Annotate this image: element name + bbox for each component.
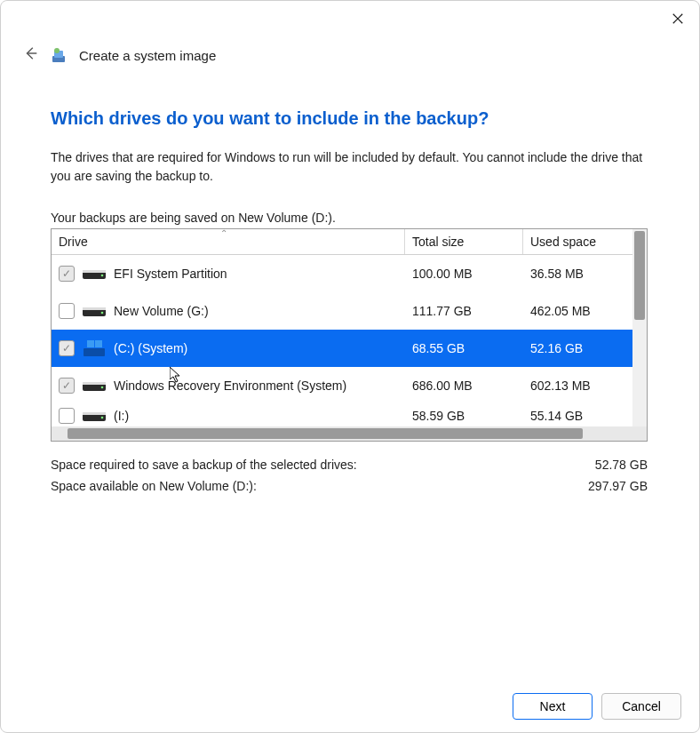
space-required-label: Space required to save a backup of the s…: [51, 458, 357, 472]
svg-rect-12: [87, 340, 94, 347]
svg-point-11: [101, 312, 104, 315]
drive-used-space: 52.16 GB: [523, 341, 630, 355]
svg-rect-13: [95, 340, 102, 347]
drive-total-size: 100.00 MB: [405, 267, 523, 281]
svg-point-19: [101, 386, 104, 389]
svg-rect-7: [83, 270, 106, 273]
svg-rect-18: [83, 382, 106, 385]
cancel-button[interactable]: Cancel: [601, 693, 681, 720]
svg-rect-16: [84, 348, 105, 356]
table-row[interactable]: ✓(C:) (System)68.55 GB52.16 GB: [52, 330, 647, 367]
drive-checkbox[interactable]: [59, 303, 75, 319]
drive-checkbox: ✓: [59, 378, 75, 394]
vertical-scrollbar[interactable]: [632, 229, 647, 426]
svg-point-5: [54, 48, 60, 53]
description-text: The drives that are required for Windows…: [51, 148, 649, 186]
sort-caret-icon: ⌃: [220, 228, 227, 238]
column-drive[interactable]: Drive ⌃: [52, 229, 405, 254]
back-arrow-icon[interactable]: [22, 45, 40, 66]
drive-total-size: 68.55 GB: [405, 341, 523, 355]
close-icon[interactable]: [669, 10, 687, 28]
drive-total-size: 686.00 MB: [405, 378, 523, 393]
drive-checkbox: ✓: [59, 266, 75, 282]
svg-rect-21: [83, 412, 106, 415]
drive-used-space: 602.13 MB: [523, 378, 630, 393]
wizard-title: Create a system image: [79, 48, 216, 63]
scrollbar-thumb[interactable]: [68, 428, 583, 439]
drive-used-space: 462.05 MB: [523, 304, 630, 318]
table-row[interactable]: New Volume (G:)111.77 GB462.05 MB: [52, 292, 647, 330]
space-available-value: 297.97 GB: [588, 479, 648, 493]
hdd-icon: [82, 408, 107, 424]
drive-list: Drive ⌃ Total size Used space ✓EFI Syste…: [51, 228, 648, 442]
svg-point-8: [101, 275, 104, 277]
save-location-text: Your backups are being saved on New Volu…: [51, 211, 649, 225]
table-row[interactable]: (I:)58.59 GB55.14 GB: [52, 404, 647, 426]
drive-name: New Volume (G:): [114, 304, 209, 318]
next-button[interactable]: Next: [513, 693, 593, 720]
column-label: Drive: [59, 235, 88, 249]
hdd-icon: [82, 266, 107, 282]
hdd-icon: [82, 303, 107, 319]
drive-total-size: 58.59 GB: [405, 409, 523, 423]
table-row[interactable]: ✓EFI System Partition100.00 MB36.58 MB: [52, 255, 647, 292]
page-heading: Which drives do you want to include in t…: [51, 108, 649, 129]
horizontal-scrollbar[interactable]: [52, 426, 647, 441]
column-total-size[interactable]: Total size: [405, 229, 523, 254]
hdd-icon: [82, 378, 107, 394]
drive-used-space: 36.58 MB: [523, 267, 630, 281]
drive-checkbox[interactable]: [59, 408, 75, 424]
svg-point-22: [101, 417, 104, 419]
drive-used-space: 55.14 GB: [523, 409, 630, 423]
svg-rect-10: [83, 307, 106, 310]
windows-drive-icon: [82, 340, 107, 356]
drive-total-size: 111.77 GB: [405, 304, 523, 318]
scrollbar-thumb[interactable]: [634, 231, 645, 320]
drive-checkbox: ✓: [59, 340, 75, 356]
system-image-icon: [51, 47, 68, 65]
table-row[interactable]: ✓Windows Recovery Environment (System)68…: [52, 367, 647, 404]
drive-name: Windows Recovery Environment (System): [114, 378, 346, 393]
space-available-label: Space available on New Volume (D:):: [51, 479, 257, 493]
drive-name: (C:) (System): [114, 341, 187, 355]
table-header: Drive ⌃ Total size Used space: [52, 229, 647, 255]
column-used-space[interactable]: Used space: [523, 229, 630, 254]
space-required-value: 52.78 GB: [595, 458, 648, 472]
drive-name: EFI System Partition: [114, 267, 227, 281]
drive-name: (I:): [114, 409, 129, 423]
